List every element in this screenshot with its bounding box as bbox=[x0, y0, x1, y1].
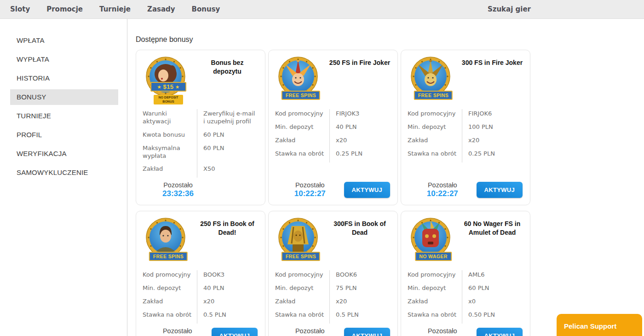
bonus-card-header: FREE SPINS 250 FS in Fire Joker bbox=[274, 56, 392, 105]
sidebar-item-samowykluczenie[interactable]: SAMOWYKLUCZENIE bbox=[10, 165, 118, 180]
detail-row: Min. depozyt 75 PLN bbox=[275, 284, 391, 292]
sidebar-item-turnieje[interactable]: TURNIEJE bbox=[10, 108, 118, 124]
bonus-badge: FREE SPINS bbox=[407, 56, 460, 104]
detail-row: Kod promocyjny BOOK3 bbox=[143, 271, 259, 279]
activate-button[interactable]: AKTYWUJ bbox=[212, 328, 258, 336]
bonus-badge: FREE SPINS bbox=[274, 217, 328, 265]
detail-label: Stawka na obrót bbox=[275, 311, 329, 319]
nav-item-zasady[interactable]: Zasady bbox=[147, 5, 175, 13]
detail-row: Stawka na obrót 0.50 PLN bbox=[408, 311, 523, 319]
detail-row: Maksymalna wypłata 60 PLN bbox=[143, 145, 259, 160]
sidebar-item-wyp-ata[interactable]: WYPŁATA bbox=[10, 52, 118, 67]
sidebar-item-profil[interactable]: PROFIL bbox=[10, 127, 118, 143]
detail-row: Zakład X50 bbox=[143, 165, 259, 173]
detail-row: Kwota bonusu 60 PLN bbox=[143, 131, 259, 139]
detail-row: Kod promocyjny BOOK6 bbox=[275, 271, 391, 279]
detail-value: 0.5 PLN bbox=[336, 311, 391, 319]
activate-button[interactable]: AKTYWUJ bbox=[477, 182, 523, 198]
detail-label: Stawka na obrót bbox=[408, 150, 462, 158]
bonus-title: 60 No Wager FS in Amulet of Dead bbox=[460, 217, 524, 266]
bonus-details-table: Warunki aktywacji Zweryfikuj e-mail i uz… bbox=[143, 110, 259, 179]
sidebar-item-wp-ata[interactable]: WPŁATA bbox=[10, 33, 118, 48]
detail-row: Zakład x20 bbox=[275, 137, 391, 145]
bonus-card-footer: Pozostało 10:22:27 AKTYWUJ bbox=[407, 324, 524, 336]
bonus-card-header: FREE SPINS 300 FS in Fire Joker bbox=[407, 56, 524, 105]
badge-banner: FREE SPINS bbox=[414, 91, 453, 100]
remaining-label: Pozostało bbox=[144, 181, 213, 189]
detail-label: Kod promocyjny bbox=[408, 271, 462, 279]
detail-label: Kwota bonusu bbox=[143, 131, 197, 139]
bonus-card-header: ★$15★ NO DEPOSIT BONUS Bonus bez depozyt… bbox=[142, 56, 259, 105]
detail-value: 40 PLN bbox=[203, 284, 259, 292]
detail-label: Min. depozyt bbox=[275, 284, 329, 292]
page-title: Dostępne bonusy bbox=[136, 35, 644, 44]
bonus-details-table: Kod promocyjny BOOK3 Min. depozyt 40 PLN… bbox=[143, 271, 259, 324]
detail-label: Maksymalna wypłata bbox=[143, 145, 197, 160]
detail-label: Min. depozyt bbox=[275, 123, 329, 131]
detail-value: FIRJOK3 bbox=[336, 110, 391, 118]
detail-row: Zakład x0 bbox=[408, 298, 523, 306]
sidebar-item-weryfikacja[interactable]: WERYFIKACJA bbox=[10, 146, 118, 162]
activate-button[interactable]: AKTYWUJ bbox=[344, 182, 390, 198]
detail-value: FIRJOK6 bbox=[468, 110, 523, 118]
main-content: Dostępne bonusy ★$15★ NO DEPOSIT BONUS bbox=[127, 19, 644, 336]
bonus-card: FREE SPINS 250 FS in Book of Dead! Kod p… bbox=[136, 211, 265, 336]
detail-row: Min. depozyt 40 PLN bbox=[275, 123, 391, 131]
detail-row: Zakład x20 bbox=[275, 298, 391, 306]
support-chat-button[interactable]: Pelican Support bbox=[557, 314, 642, 336]
detail-value: 0.50 PLN bbox=[468, 311, 523, 319]
remaining-label: Pozostało bbox=[276, 181, 344, 189]
detail-label: Zakład bbox=[143, 298, 197, 306]
remaining-label: Pozostało bbox=[408, 327, 477, 335]
countdown-timer: 10:22:27 bbox=[408, 189, 477, 198]
detail-row: Stawka na obrót 0.25 PLN bbox=[275, 150, 391, 158]
bonus-details-table: Kod promocyjny FIRJOK3 Min. depozyt 40 P… bbox=[275, 110, 391, 163]
bonus-badge: ★$15★ NO DEPOSIT BONUS bbox=[142, 56, 195, 104]
detail-value: x20 bbox=[336, 137, 391, 145]
detail-value: AML6 bbox=[468, 271, 523, 279]
detail-value: Zweryfikuj e-mail i uzupełnij profil bbox=[203, 110, 259, 126]
bonus-title: 300FS in Book of Dead bbox=[328, 217, 392, 266]
detail-row: Min. depozyt 40 PLN bbox=[143, 284, 259, 292]
detail-label: Zakład bbox=[408, 137, 462, 145]
activate-button[interactable]: AKTYWUJ bbox=[344, 328, 390, 336]
nav-item-sloty[interactable]: Sloty bbox=[10, 5, 30, 13]
detail-value: x20 bbox=[203, 298, 259, 306]
detail-value: 75 PLN bbox=[336, 284, 391, 292]
remaining-label: Pozostało bbox=[408, 181, 477, 189]
bonus-card-footer: Pozostało 10:22:27 AKTYWUJ bbox=[407, 179, 524, 199]
detail-value: 60 PLN bbox=[468, 284, 523, 292]
detail-label: Min. depozyt bbox=[143, 284, 197, 292]
detail-label: Min. depozyt bbox=[408, 123, 462, 131]
bonus-badge: FREE SPINS bbox=[142, 217, 195, 265]
nav-item-bonusy[interactable]: Bonusy bbox=[192, 5, 220, 13]
detail-label: Kod promocyjny bbox=[408, 110, 462, 118]
sidebar-item-historia[interactable]: HISTORIA bbox=[10, 70, 118, 86]
badge-banner: FREE SPINS bbox=[149, 252, 188, 261]
remaining-time-block: Pozostało 10:22:27 bbox=[276, 181, 344, 198]
detail-value: 60 PLN bbox=[203, 131, 259, 139]
remaining-time-block: Pozostało 23:32:36 bbox=[144, 181, 213, 198]
search-games-link[interactable]: Szukaj gier bbox=[488, 5, 531, 13]
detail-label: Zakład bbox=[143, 165, 197, 173]
sidebar-item-bonusy[interactable]: BONUSY bbox=[10, 89, 118, 105]
nav-item-promocje[interactable]: Promocje bbox=[46, 5, 83, 13]
account-sidebar: WPŁATAWYPŁATAHISTORIABONUSYTURNIEJEPROFI… bbox=[0, 19, 127, 336]
bonus-card-grid: ★$15★ NO DEPOSIT BONUS Bonus bez depozyt… bbox=[136, 50, 644, 336]
detail-value: x20 bbox=[468, 137, 523, 145]
detail-label: Kod promocyjny bbox=[275, 271, 329, 279]
detail-row: Warunki aktywacji Zweryfikuj e-mail i uz… bbox=[143, 110, 259, 126]
star-icon: ★ bbox=[157, 85, 161, 89]
detail-row: Zakład x20 bbox=[143, 298, 259, 306]
nav-item-turnieje[interactable]: Turnieje bbox=[99, 5, 131, 13]
bonus-card-footer: Pozostało 04:10:22:27 AKTYWUJ bbox=[142, 324, 259, 336]
bonus-card: NO WAGER 60 No Wager FS in Amulet of Dea… bbox=[401, 211, 530, 336]
detail-value: 100 PLN bbox=[468, 123, 523, 131]
detail-label: Kod promocyjny bbox=[143, 271, 197, 279]
activate-button[interactable]: AKTYWUJ bbox=[477, 328, 523, 336]
detail-value: x20 bbox=[336, 298, 391, 306]
detail-value: 0.5 PLN bbox=[203, 311, 259, 319]
badge-banner-secondary: NO DEPOSIT BONUS bbox=[154, 95, 183, 104]
bonus-card: ★$15★ NO DEPOSIT BONUS Bonus bez depozyt… bbox=[136, 50, 265, 205]
bonus-card-header: FREE SPINS 300FS in Book of Dead bbox=[274, 217, 392, 266]
